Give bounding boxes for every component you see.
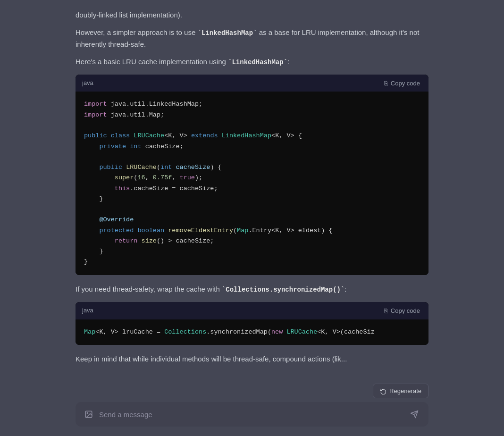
bottom-text: Keep in mind that while individual metho… bbox=[76, 353, 428, 365]
code-block-1-header: java ⎘ Copy code bbox=[76, 75, 428, 92]
intro-paragraph-3: Here's a basic LRU cache implementation … bbox=[76, 56, 428, 68]
attach-icon bbox=[84, 410, 93, 419]
intro-text-top: doubly-linked list implementation). bbox=[76, 9, 428, 21]
copy-code-button-1[interactable]: ⎘ Copy code bbox=[382, 79, 422, 88]
regenerate-icon bbox=[380, 388, 386, 394]
send-button[interactable] bbox=[408, 408, 421, 421]
send-icon bbox=[410, 410, 419, 419]
code-block-2: java ⎘ Copy code Map<K, V> lruCache = Co… bbox=[76, 302, 428, 345]
thread-safety-paragraph: If you need thread-safety, wrap the cach… bbox=[76, 284, 428, 295]
code-block-1: java ⎘ Copy code import java.util.Linked… bbox=[76, 75, 428, 275]
linked-hashmap-inline-2: `LinkedHashMap` bbox=[228, 59, 287, 66]
code-block-2-header: java ⎘ Copy code bbox=[76, 302, 428, 319]
linked-hashmap-inline-1: `LinkedHashMap` bbox=[197, 29, 257, 37]
code-lang-label-2: java bbox=[82, 306, 93, 316]
copy-code-button-2[interactable]: ⎘ Copy code bbox=[382, 306, 422, 315]
regenerate-area: Regenerate bbox=[76, 384, 428, 398]
copy-icon-1: ⎘ bbox=[384, 80, 388, 87]
code-lang-label-1: java bbox=[82, 78, 93, 88]
message-input-container bbox=[76, 402, 428, 427]
intro-paragraph-2: However, a simpler approach is to use `L… bbox=[76, 27, 428, 50]
bottom-bar: Regenerate bbox=[0, 378, 504, 436]
regenerate-button[interactable]: Regenerate bbox=[373, 384, 428, 398]
code-block-2-body[interactable]: Map<K, V> lruCache = Collections.synchro… bbox=[76, 319, 428, 345]
copy-icon-2: ⎘ bbox=[384, 307, 388, 314]
code-block-1-body: import java.util.LinkedHashMap; import j… bbox=[76, 92, 428, 275]
message-input[interactable] bbox=[99, 411, 403, 419]
svg-point-1 bbox=[87, 412, 88, 413]
collections-inline: `Collections.synchronizedMap()` bbox=[222, 286, 344, 293]
attach-button[interactable] bbox=[83, 409, 94, 420]
